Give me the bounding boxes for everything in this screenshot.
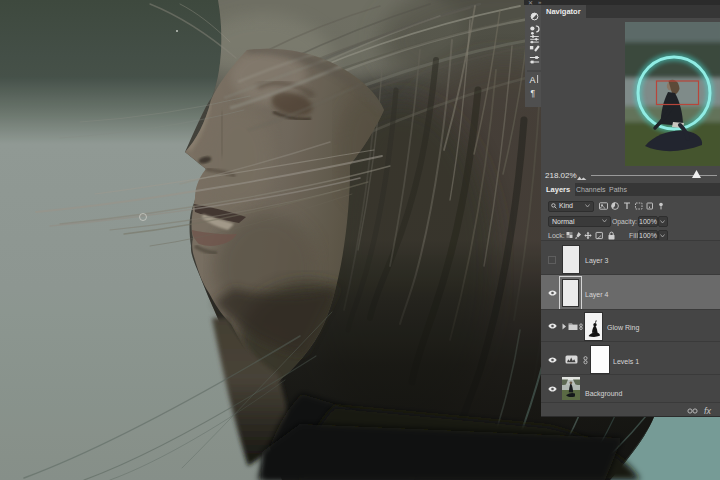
svg-text:¶: ¶ — [531, 88, 536, 98]
svg-text:A: A — [530, 75, 536, 85]
